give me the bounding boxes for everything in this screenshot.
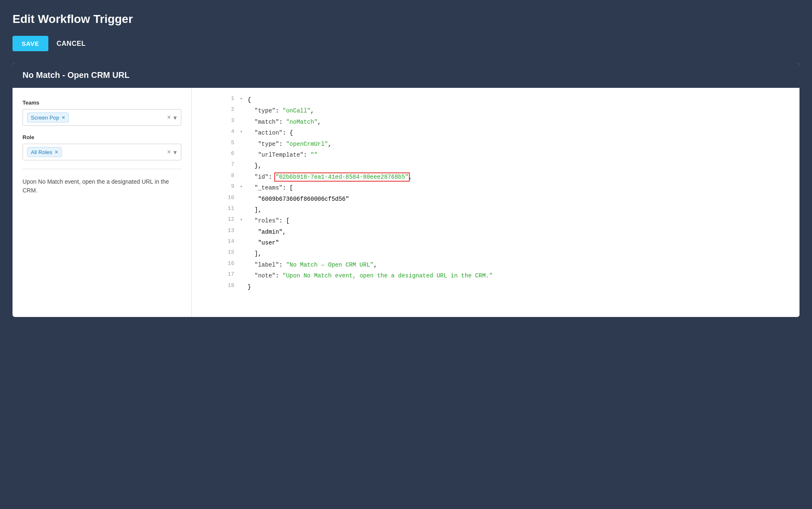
line-content: "user"	[246, 237, 799, 248]
teams-input[interactable]: Screen Pop × × ▾	[23, 109, 181, 126]
teams-tag: Screen Pop ×	[27, 112, 69, 122]
code-line: 16 "label": "No Match – Open CRM URL",	[192, 259, 799, 270]
line-number: 11	[192, 205, 246, 215]
line-content: ],	[246, 205, 799, 215]
code-line: 13 "admin",	[192, 227, 799, 237]
line-number: 9 ▾	[192, 182, 246, 193]
line-number: 15	[192, 248, 246, 259]
code-line: 14 "user"	[192, 237, 799, 248]
toolbar: SAVE CANCEL	[13, 36, 799, 51]
chevron-down-icon[interactable]: ▾	[173, 114, 177, 122]
line-number: 13	[192, 227, 246, 237]
code-line: 17 "note": "Upon No Match event, open th…	[192, 270, 799, 281]
teams-label: Teams	[23, 100, 181, 106]
line-content: "type": "onCall",	[246, 105, 799, 116]
line-content: }	[246, 282, 799, 292]
line-content: "type": "openCrmUrl",	[246, 139, 799, 150]
line-number: 17	[192, 270, 246, 281]
line-number: 14	[192, 237, 246, 248]
line-content: "urlTemplate": ""	[246, 150, 799, 160]
code-editor-panel[interactable]: 1 ▾{2 "type": "onCall",3 "match": "noMat…	[192, 88, 799, 317]
code-line: 1 ▾{	[192, 95, 799, 105]
code-line: 6 "urlTemplate": ""	[192, 150, 799, 160]
line-content: "admin",	[246, 227, 799, 237]
line-content: },	[246, 160, 799, 171]
line-content: "note": "Upon No Match event, open the a…	[246, 270, 799, 281]
card-header: No Match - Open CRM URL	[13, 63, 799, 88]
line-number: 5	[192, 139, 246, 150]
line-number: 10	[192, 194, 246, 205]
save-button[interactable]: SAVE	[13, 36, 48, 51]
teams-tag-text: Screen Pop	[31, 115, 59, 121]
code-line: 5 "type": "openCrmUrl",	[192, 139, 799, 150]
role-label: Role	[23, 134, 181, 140]
code-line: 15 ],	[192, 248, 799, 259]
line-number: 1 ▾	[192, 95, 246, 105]
role-chevron-down-icon[interactable]: ▾	[173, 148, 177, 156]
card-body: Teams Screen Pop × × ▾ Role All Roles ×	[13, 88, 799, 317]
divider	[23, 169, 181, 169]
main-card: No Match - Open CRM URL Teams Screen Pop…	[13, 63, 799, 317]
left-panel: Teams Screen Pop × × ▾ Role All Roles ×	[13, 88, 192, 317]
role-tag-text: All Roles	[31, 149, 52, 155]
line-number: 16	[192, 259, 246, 270]
code-line: 9 ▾ "_teams": [	[192, 182, 799, 193]
page-title: Edit Workflow Trigger	[13, 12, 799, 26]
line-number: 8	[192, 172, 246, 182]
code-line: 8 "id": "02b6b918-7ea1-41ed-8584-80eee28…	[192, 172, 799, 182]
clear-icon[interactable]: ×	[167, 114, 171, 121]
line-content: "_teams": [	[246, 182, 799, 193]
line-number: 4 ▾	[192, 127, 246, 138]
code-line: 10 "6009b673606f860006cf5d56"	[192, 194, 799, 205]
line-content: "label": "No Match – Open CRM URL",	[246, 259, 799, 270]
code-line: 7 },	[192, 160, 799, 171]
code-line: 4 ▾ "action": {	[192, 127, 799, 138]
line-number: 2	[192, 105, 246, 116]
line-number: 6	[192, 150, 246, 160]
role-tag-close[interactable]: ×	[55, 149, 58, 155]
code-line: 18 }	[192, 282, 799, 292]
role-input[interactable]: All Roles × × ▾	[23, 144, 181, 160]
line-content: "action": {	[246, 127, 799, 138]
teams-tag-close[interactable]: ×	[62, 114, 65, 121]
role-input-controls: × ▾	[167, 148, 177, 156]
description-text: Upon No Match event, open the a designat…	[23, 177, 181, 195]
line-number: 18	[192, 282, 246, 292]
line-content: "id": "02b6b918-7ea1-41ed-8584-80eee2876…	[246, 172, 799, 182]
cancel-button[interactable]: CANCEL	[57, 40, 86, 47]
role-clear-icon[interactable]: ×	[167, 148, 171, 156]
code-editor: 1 ▾{2 "type": "onCall",3 "match": "noMat…	[192, 88, 799, 299]
role-tag: All Roles ×	[27, 147, 62, 157]
line-number: 3	[192, 117, 246, 127]
line-content: "match": "noMatch",	[246, 117, 799, 127]
code-line: 12 ▾ "roles": [	[192, 215, 799, 226]
line-content: "roles": [	[246, 215, 799, 226]
code-line: 2 "type": "onCall",	[192, 105, 799, 116]
line-content: ],	[246, 248, 799, 259]
line-content: "6009b673606f860006cf5d56"	[246, 194, 799, 205]
code-line: 3 "match": "noMatch",	[192, 117, 799, 127]
code-line: 11 ],	[192, 205, 799, 215]
line-number: 12 ▾	[192, 215, 246, 226]
line-number: 7	[192, 160, 246, 171]
teams-input-controls: × ▾	[167, 114, 177, 122]
line-content: {	[246, 95, 799, 105]
